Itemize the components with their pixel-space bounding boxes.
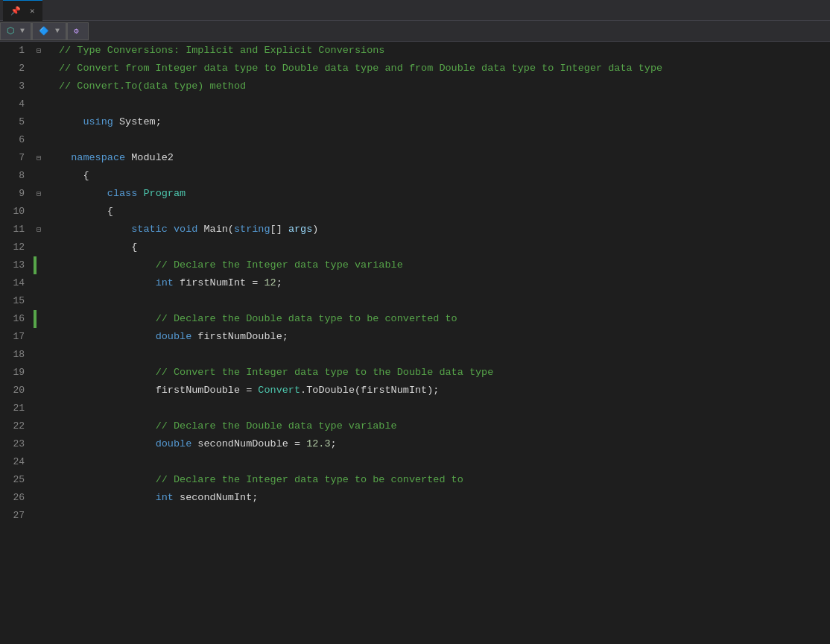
gutter-row [34,256,56,274]
code-line: int firstNumInt = 12; [59,274,830,292]
code-line: using System; [59,113,830,131]
plain-token: ; [276,274,282,292]
line-number: 2 [6,60,25,78]
method-dropdown[interactable]: ⚙ [67,22,89,40]
code-area[interactable]: // Type Conversions: Implicit and Explic… [56,42,830,644]
line-number: 3 [6,78,25,95]
line-number: 17 [6,328,25,346]
comment-token: // Declare the Integer data type to be c… [156,471,463,489]
code-line: // Declare the Integer data type variabl… [59,256,830,274]
line-number: 13 [6,256,25,274]
code-line: double secondNumDouble = 12.3; [59,435,830,453]
module-dropdown[interactable]: ⬡ ▼ [0,22,31,40]
plain-token: { [83,167,89,185]
comment-token: // Declare the Double data type variable [156,417,397,435]
keyword-token: string [234,221,270,239]
keyword-token: namespace [71,149,125,167]
line-number: 25 [6,471,25,489]
line-number: 21 [6,400,25,417]
code-line: // Declare the Double data type variable [59,417,830,435]
convert-token: Convert [258,382,300,400]
plain-token: ) [312,221,318,239]
program-cs-tab[interactable]: 📌 ✕ [3,0,42,21]
gutter-row: ⊟ [34,221,56,239]
code-line: { [59,239,830,256]
line-number: 12 [6,239,25,256]
plain-token [59,113,83,131]
number-token: 12.3 [306,435,330,453]
line-number: 23 [6,435,25,453]
module-icon: ⬡ [7,25,14,37]
method-icon: ⚙ [74,26,79,36]
line-number: 19 [6,364,25,382]
code-line [59,453,830,471]
plain-token [59,328,156,346]
code-line: { [59,203,830,221]
code-line [59,95,830,113]
gutter-row [34,382,56,400]
line-number: 6 [6,131,25,149]
gutter-row [34,489,56,507]
code-line: class Program [59,185,830,203]
collapse-icon[interactable]: ⊟ [37,189,41,198]
code-line: // Type Conversions: Implicit and Explic… [59,42,830,60]
keyword-token: static [131,221,168,239]
dropdown-arrow-2: ▼ [55,27,60,35]
line-number: 18 [6,346,25,364]
line-numbers: 1234567891011121314151617181920212223242… [0,42,34,644]
line-number: 15 [6,292,25,310]
gutter-row [34,417,56,435]
collapse-icon[interactable]: ⊟ [37,46,41,55]
line-number: 20 [6,382,25,400]
plain-token [59,417,156,435]
line-number: 10 [6,203,25,221]
plain-token [59,489,156,507]
code-line [59,292,830,310]
keyword-token: double [156,328,192,346]
collapse-icon[interactable]: ⊟ [37,154,41,162]
plain-token: .ToDouble(firstNumInt); [300,382,439,400]
plain-token [59,167,83,185]
plain-token [59,274,156,292]
plain-token: System; [113,113,162,131]
line-number: 27 [6,507,25,525]
gutter-row [34,471,56,489]
comment-token: // Type Conversions: Implicit and Explic… [59,42,384,60]
plain-token: secondNumInt; [174,489,258,507]
plain-token: firstNumDouble = [156,382,259,400]
gutter-row [34,310,56,328]
code-line: firstNumDouble = Convert.ToDouble(firstN… [59,382,830,400]
plain-token [59,471,156,489]
code-line: { [59,167,830,185]
comment-token: // Declare the Integer data type variabl… [156,256,403,274]
code-line: double firstNumDouble; [59,328,830,346]
comment-token: // Convert.To(data type) method [59,78,246,95]
keyword-token: void [174,221,197,239]
gutter: ⊟⊟⊟⊟ [34,42,56,644]
close-icon[interactable]: ✕ [30,6,35,16]
line-number: 22 [6,417,25,435]
line-number: 16 [6,310,25,328]
code-line: // Convert the Integer data type to the … [59,364,830,382]
gutter-row [34,203,56,221]
gutter-row [34,131,56,149]
plain-token [59,256,156,274]
module-path-dropdown[interactable]: 🔷 ▼ [32,22,66,40]
plain-token: Main( [197,221,234,239]
gutter-row [34,95,56,113]
plain-token [59,239,131,256]
gutter-row [34,113,56,131]
keyword-token: class [107,185,138,203]
editor-container: 1234567891011121314151617181920212223242… [0,42,830,644]
collapse-icon[interactable]: ⊟ [37,225,41,234]
gutter-row [34,78,56,95]
gutter-row [34,400,56,417]
code-line: int secondNumInt; [59,489,830,507]
gutter-row [34,167,56,185]
gutter-row [34,453,56,471]
plain-token: { [131,239,137,256]
plain-token: Module2 [125,149,174,167]
line-number: 1 [6,42,25,60]
comment-token: // Convert the Integer data type to the … [156,364,494,382]
number-token: 12 [264,274,276,292]
